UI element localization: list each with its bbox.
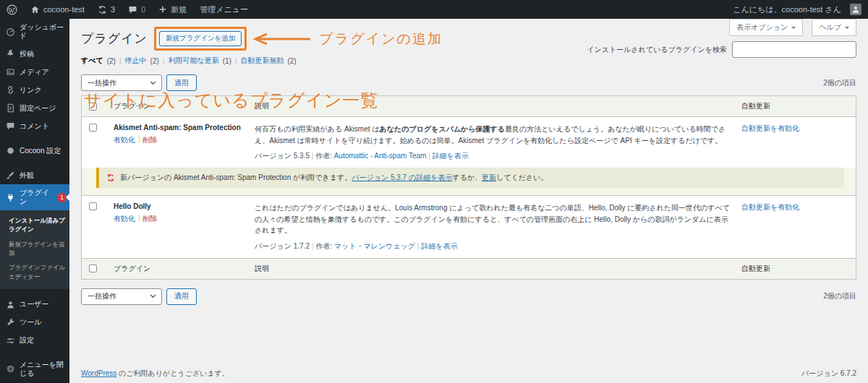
items-count: 2個の項目 (823, 78, 856, 88)
sidebar-item-settings[interactable]: 設定 (0, 332, 69, 350)
plugin-description: これはただのプラグインではありません。Louis Armstrong によって歌… (255, 202, 734, 236)
sidebar-item-tools[interactable]: ツール (0, 314, 69, 332)
sidebar-item-dashboard[interactable]: ダッシュボード (0, 19, 69, 45)
sidebar-item-pages[interactable]: 固定ページ (0, 99, 69, 117)
sidebar-item-cocoon-settings[interactable]: Cocoon 設定 (0, 142, 69, 160)
plugin-description: 何百万もの利用実績がある Akismet はあなたのブログをスパムから保護する最… (255, 124, 734, 146)
sidebar-item-users[interactable]: ユーザー (0, 296, 69, 314)
description-text: これはただのプラグインではありません。Louis Armstrong によって歌… (255, 204, 730, 234)
version-details-link[interactable]: バージョン 5.3.7 の詳細を表示 (352, 173, 452, 183)
comments-indicator[interactable]: 0 (122, 0, 152, 19)
separator: | (417, 242, 420, 250)
admin-bar: cocoon-test 3 0 新規 管理メニュー こんにちは、cocoon-t… (0, 0, 868, 19)
separator: | (163, 57, 165, 65)
author-link[interactable]: マット・マレンウェッグ (334, 242, 415, 250)
sidebar-item-label: コメント (20, 122, 49, 131)
plugin-name: Hello Dolly (114, 202, 247, 210)
account-menu[interactable]: こんにちは、cocoon-test さん (726, 0, 868, 19)
plugin-search-input[interactable] (732, 41, 856, 58)
bulk-action-select[interactable]: 一括操作 (81, 74, 162, 91)
delete-link[interactable]: 削除 (143, 135, 158, 145)
separator: | (428, 152, 430, 160)
filter-auto-update-disabled[interactable]: 自動更新無効 (240, 56, 284, 66)
plugins-submenu: インストール済みプラグイン 新規プラグインを追加 プラグインファイルエディター (0, 210, 69, 289)
activate-link[interactable]: 有効化 (114, 214, 135, 224)
sidebar-item-links[interactable]: リンク (0, 81, 69, 99)
table-row: Hello Dolly 有効化 | 削除 これはただのプラグインではありません。… (82, 195, 856, 258)
sidebar-item-label: 投稿 (20, 50, 34, 59)
select-all-checkbox[interactable] (89, 264, 97, 272)
description-bold-text: あなたのブログをスパムから保護する (380, 125, 506, 133)
author-label: 作者: (315, 152, 332, 160)
wordpress-logo-menu[interactable] (0, 0, 24, 19)
sidebar-item-media[interactable]: メディア (0, 63, 69, 81)
site-name-link[interactable]: cocoon-test (24, 0, 91, 19)
notice-text: 新バージョンの Akismet Anti-spam: Spam Protecti… (120, 173, 352, 183)
update-now-link[interactable]: 更新 (482, 173, 496, 183)
filter-update-available[interactable]: 利用可能な更新 (168, 56, 218, 66)
sidebar-item-collapse-menu[interactable]: メニューを閉じる (0, 356, 69, 382)
author-link[interactable]: Automattic - Anti-spam Team (334, 152, 427, 160)
activate-link[interactable]: 有効化 (114, 135, 135, 145)
updates-indicator[interactable]: 3 (91, 0, 122, 19)
select-all-checkbox[interactable] (89, 103, 97, 111)
view-details-link[interactable]: 詳細を表示 (433, 152, 469, 160)
apply-button[interactable]: 適用 (166, 288, 197, 305)
column-header-plugin: プラグイン (114, 101, 247, 111)
dashboard-icon (6, 27, 15, 37)
sidebar-item-label: 外観 (20, 171, 34, 180)
separator: | (312, 152, 314, 160)
sidebar-item-appearance[interactable]: 外観 (0, 166, 69, 184)
wordpress-link[interactable]: WordPress (81, 369, 116, 377)
notice-text: してください。 (496, 173, 548, 183)
view-details-link[interactable]: 詳細を表示 (421, 242, 457, 250)
sidebar-item-posts[interactable]: 投稿 (0, 45, 69, 63)
row-checkbox[interactable] (89, 124, 97, 132)
new-content-menu[interactable]: 新規 (152, 0, 193, 19)
sidebar-subitem-add-new-plugin[interactable]: 新規プラグインを追加 (0, 237, 69, 261)
pushpin-icon (6, 49, 15, 59)
bulk-action-selected: 一括操作 (88, 291, 116, 301)
comment-icon (128, 5, 137, 14)
screen-options-button[interactable]: 表示オプション (729, 19, 803, 36)
help-button[interactable]: ヘルプ (812, 19, 856, 36)
enable-auto-update-link[interactable]: 自動更新を有効化 (741, 203, 799, 211)
site-name: cocoon-test (43, 5, 85, 14)
annotation-highlight-box: 新規プラグインを追加 (154, 27, 247, 51)
author-label: 作者: (315, 242, 332, 250)
bulk-action-select[interactable]: 一括操作 (81, 288, 162, 305)
sidebar-item-comments[interactable]: コメント (0, 117, 69, 135)
table-row: Akismet Anti-spam: Spam Protection 有効化 |… (82, 117, 856, 168)
sidebar-item-label: プラグイン (20, 189, 51, 206)
sidebar-item-plugins[interactable]: プラグイン 1 (0, 184, 69, 210)
admin-menu-item[interactable]: 管理メニュー (193, 0, 255, 19)
page-icon (6, 103, 15, 113)
update-notice-text: 新バージョンの Akismet Anti-spam: Spam Protecti… (120, 173, 548, 183)
admin-bar-right: こんにちは、cocoon-test さん (726, 0, 868, 19)
brush-icon (6, 171, 15, 180)
delete-link[interactable]: 削除 (143, 214, 158, 224)
admin-menu-label: 管理メニュー (200, 4, 248, 15)
add-new-plugin-button[interactable]: 新規プラグインを追加 (159, 31, 242, 46)
description-text: 何百万もの利用実績がある Akismet は (255, 125, 380, 133)
chevron-down-icon (791, 27, 796, 31)
filter-all[interactable]: すべて (81, 56, 103, 66)
sidebar-subitem-plugin-file-editor[interactable]: プラグインファイルエディター (0, 260, 69, 284)
column-header-auto-update: 自動更新 (741, 101, 848, 111)
circle-icon (6, 146, 15, 155)
sidebar-subitem-installed-plugins[interactable]: インストール済みプラグイン (0, 213, 69, 237)
comment-count: 0 (141, 5, 145, 14)
plus-icon (158, 5, 167, 14)
wordpress-logo-icon (7, 4, 17, 15)
enable-auto-update-link[interactable]: 自動更新を有効化 (741, 124, 799, 132)
row-actions: 有効化 | 削除 (114, 214, 247, 224)
row-checkbox[interactable] (89, 202, 97, 210)
sidebar-item-label: メディア (20, 68, 49, 77)
wrench-icon (6, 318, 15, 327)
filter-inactive[interactable]: 停止中 (125, 56, 147, 66)
user-icon (6, 300, 15, 309)
plugin-version: バージョン 1.7.2 (255, 242, 310, 250)
column-header-description: 説明 (255, 264, 734, 274)
apply-button[interactable]: 適用 (166, 74, 197, 91)
table-header-row: プラグイン 説明 自動更新 (82, 96, 856, 117)
